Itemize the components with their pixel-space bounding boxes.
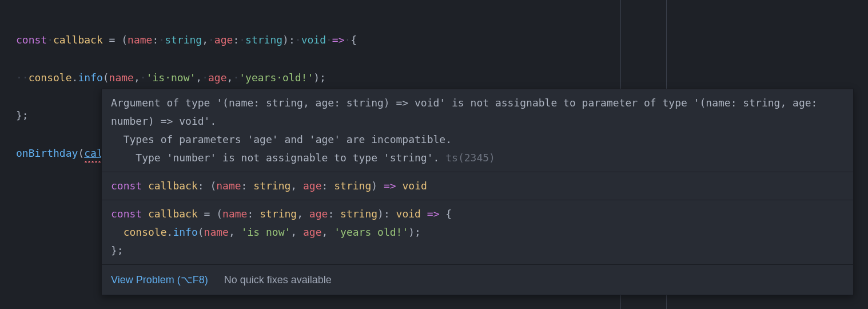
error-message-line: Argument of type '(name: string, age: st… [111, 94, 844, 130]
code-line[interactable]: const·callback = (name:·string,·age:·str… [16, 30, 868, 49]
code-line[interactable]: ··console.info(name,·'is·now',·age,·'yea… [16, 68, 868, 87]
error-message-line: Types of parameters 'age' and 'age' are … [111, 130, 844, 149]
error-message-line: Type 'number' is not assignable to type … [111, 149, 844, 167]
hover-error-section: Argument of type '(name: string, age: st… [102, 89, 853, 172]
hover-signature-section: const callback: (name: string, age: stri… [102, 172, 853, 200]
hover-footer: View Problem (⌥F8) No quick fixes availa… [102, 265, 853, 295]
quick-fix-status: No quick fixes available [224, 271, 332, 289]
error-code: ts(2345) [445, 152, 495, 164]
hover-tooltip: Argument of type '(name: string, age: st… [101, 89, 854, 295]
hover-definition-section: const callback = (name: string, age: str… [102, 200, 853, 265]
view-problem-link[interactable]: View Problem (⌥F8) [111, 271, 208, 289]
